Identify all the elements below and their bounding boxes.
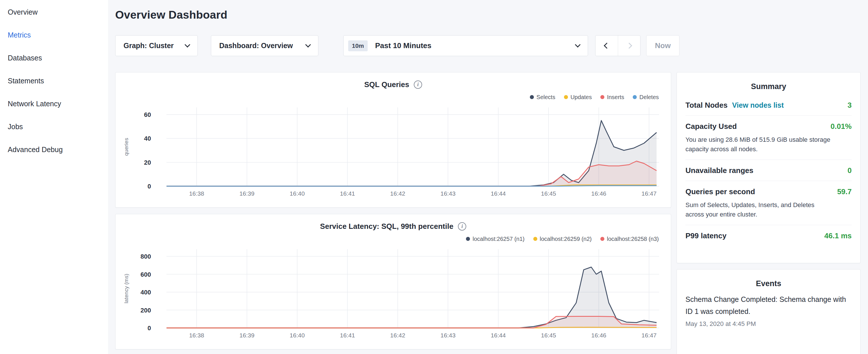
next-time-window-button[interactable] xyxy=(618,35,640,56)
events-title: Events xyxy=(685,279,852,288)
dashboard-dropdown[interactable]: Dashboard: Overview xyxy=(211,35,318,56)
sidebar-nav: Overview Metrics Databases Statements Ne… xyxy=(0,0,108,354)
summary-label: P99 latency xyxy=(685,231,726,240)
summary-value: 0.01% xyxy=(831,122,852,131)
view-nodes-list-link[interactable]: View nodes list xyxy=(732,101,784,109)
service-latency-chart[interactable]: 020040060080016:3816:3916:4016:4116:4216… xyxy=(116,245,672,339)
legend-item[interactable]: localhost:26257 (n1) xyxy=(466,235,524,242)
svg-text:16:38: 16:38 xyxy=(189,332,204,339)
sidebar-item-advanced-debug[interactable]: Advanced Debug xyxy=(0,138,108,161)
svg-text:16:45: 16:45 xyxy=(541,332,556,339)
dashboard-controls: Graph: Cluster Dashboard: Overview 10m P… xyxy=(115,35,861,56)
graph-scope-label: Graph: Cluster xyxy=(124,41,174,50)
chevron-right-icon xyxy=(626,43,632,49)
time-window-stepper xyxy=(595,35,641,56)
svg-text:16:46: 16:46 xyxy=(591,190,607,197)
y-axis-label: latency (ms) xyxy=(123,274,129,303)
svg-text:16:44: 16:44 xyxy=(491,332,506,339)
svg-text:600: 600 xyxy=(141,271,151,278)
svg-text:16:38: 16:38 xyxy=(189,190,204,197)
summary-panel: Summary Total Nodes View nodes list 3 Ca… xyxy=(677,72,861,263)
legend-dot xyxy=(564,95,568,99)
chart-title: SQL Queries xyxy=(364,80,409,89)
summary-value: 59.7 xyxy=(837,187,852,196)
svg-text:16:46: 16:46 xyxy=(591,332,607,339)
svg-text:0: 0 xyxy=(148,324,151,332)
summary-row-queries-per-second: Queries per second 59.7 Sum of Selects, … xyxy=(685,181,852,225)
sidebar-item-statements[interactable]: Statements xyxy=(0,69,108,92)
legend-item[interactable]: Selects xyxy=(530,94,555,100)
chart-title: Service Latency: SQL, 99th percentile xyxy=(320,222,453,231)
prev-time-window-button[interactable] xyxy=(595,35,618,56)
summary-row-p99-latency: P99 latency 46.1 ms xyxy=(685,225,852,246)
legend-dot xyxy=(600,95,604,99)
svg-text:16:42: 16:42 xyxy=(390,190,405,197)
y-axis-ticks: 0204060 xyxy=(144,111,151,190)
svg-text:40: 40 xyxy=(144,135,151,142)
summary-title: Summary xyxy=(685,82,852,91)
legend-label: Selects xyxy=(536,94,555,100)
svg-text:16:45: 16:45 xyxy=(541,190,556,197)
legend-dot xyxy=(533,237,537,241)
svg-text:16:40: 16:40 xyxy=(290,190,305,197)
legend-item[interactable]: Deletes xyxy=(633,94,659,100)
svg-text:16:42: 16:42 xyxy=(390,332,405,339)
x-axis-ticks: 16:3816:3916:4016:4116:4216:4316:4416:45… xyxy=(189,190,656,197)
summary-row-unavailable-ranges: Unavailable ranges 0 xyxy=(685,160,852,181)
sql-queries-chart[interactable]: 020406016:3816:3916:4016:4116:4216:4316:… xyxy=(116,103,672,197)
right-sidebar: Summary Total Nodes View nodes list 3 Ca… xyxy=(677,72,861,354)
svg-text:16:39: 16:39 xyxy=(239,190,254,197)
summary-value: 46.1 ms xyxy=(825,231,852,240)
legend-label: localhost:26257 (n1) xyxy=(472,236,524,242)
summary-label: Total Nodes xyxy=(685,101,727,110)
y-axis-ticks: 0200400600800 xyxy=(141,253,151,332)
events-panel: Events Schema Change Completed: Schema c… xyxy=(677,269,861,354)
legend-item[interactable]: Inserts xyxy=(600,94,624,100)
time-range-label: Past 10 Minutes xyxy=(375,41,432,50)
chevron-left-icon xyxy=(603,43,610,49)
summary-description: You are using 28.6 MiB of 515.9 GiB usab… xyxy=(685,135,834,154)
legend-dot xyxy=(600,237,604,241)
page-title: Overview Dashboard xyxy=(115,9,861,21)
legend-dot xyxy=(466,237,470,241)
sidebar-item-databases[interactable]: Databases xyxy=(0,46,108,69)
svg-text:16:40: 16:40 xyxy=(290,332,305,339)
summary-label: Unavailable ranges xyxy=(685,166,753,175)
legend-dot xyxy=(633,95,637,99)
svg-text:400: 400 xyxy=(141,289,151,296)
svg-text:0: 0 xyxy=(148,183,151,190)
svg-text:16:41: 16:41 xyxy=(340,190,355,197)
now-button[interactable]: Now xyxy=(646,35,679,56)
legend-item[interactable]: localhost:26258 (n3) xyxy=(600,235,659,242)
summary-value: 0 xyxy=(848,166,852,175)
event-entry-text: Schema Change Completed: Schema change w… xyxy=(685,293,852,317)
summary-label: Queries per second xyxy=(685,187,755,196)
legend-label: Inserts xyxy=(607,94,624,100)
main-content: Overview Dashboard Graph: Cluster Dashbo… xyxy=(108,0,868,354)
legend-item[interactable]: Updates xyxy=(564,94,592,100)
info-icon[interactable]: i xyxy=(458,222,466,231)
graph-scope-dropdown[interactable]: Graph: Cluster xyxy=(115,35,198,56)
legend-item[interactable]: localhost:26259 (n2) xyxy=(533,235,592,242)
legend-label: localhost:26259 (n2) xyxy=(540,236,592,242)
charts-column: SQL Queries i SelectsUpdatesInsertsDelet… xyxy=(115,72,671,349)
chart-header: SQL Queries i xyxy=(116,80,671,89)
chevron-down-icon xyxy=(185,42,190,47)
chevron-down-icon xyxy=(575,42,581,47)
svg-text:16:43: 16:43 xyxy=(440,190,456,197)
series-line xyxy=(166,186,656,186)
sidebar-item-network-latency[interactable]: Network Latency xyxy=(0,92,108,115)
chart-legend: localhost:26257 (n1)localhost:26259 (n2)… xyxy=(116,235,659,242)
svg-text:16:43: 16:43 xyxy=(440,332,456,339)
sidebar-item-overview[interactable]: Overview xyxy=(0,1,108,24)
svg-text:16:41: 16:41 xyxy=(340,332,355,339)
summary-row-capacity-used: Capacity Used 0.01% You are using 28.6 M… xyxy=(685,116,852,160)
info-icon[interactable]: i xyxy=(414,81,422,89)
sidebar-item-metrics[interactable]: Metrics xyxy=(0,24,108,46)
x-axis-ticks: 16:3816:3916:4016:4116:4216:4316:4416:45… xyxy=(189,332,656,339)
y-axis-label: queries xyxy=(123,138,129,156)
legend-label: Updates xyxy=(570,94,592,100)
sidebar-item-jobs[interactable]: Jobs xyxy=(0,115,108,138)
time-range-dropdown[interactable]: 10m Past 10 Minutes xyxy=(343,35,588,56)
summary-description: Sum of Selects, Updates, Inserts, and De… xyxy=(685,200,834,219)
